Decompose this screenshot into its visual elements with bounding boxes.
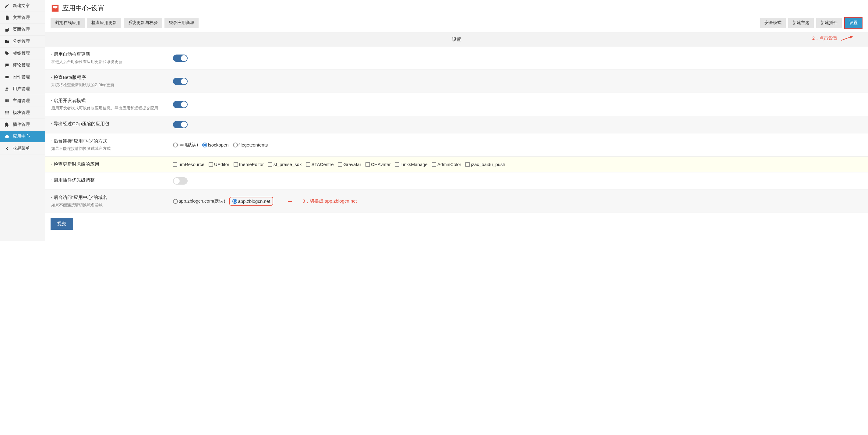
settings-section-header: 设置 2，点击设置: [45, 32, 868, 46]
settings-header-text: 设置: [452, 36, 461, 42]
setting-title: 导出经过GZip压缩的应用包: [51, 121, 164, 127]
sidebar-item-4[interactable]: 标签管理: [0, 48, 45, 59]
radio-icon: [232, 199, 237, 204]
sidebar-item-0[interactable]: 新建文章: [0, 0, 45, 12]
setting-title: 检查更新时忽略的应用: [51, 161, 164, 167]
sidebar-item-label: 评论管理: [13, 62, 30, 68]
submit-bar: 提交: [45, 213, 868, 235]
toggle-switch[interactable]: [173, 121, 188, 128]
bars-icon: [4, 98, 10, 103]
toggle-switch[interactable]: [173, 177, 188, 185]
radio-label: filegetcontents: [239, 142, 268, 148]
toggle-switch[interactable]: [173, 78, 188, 85]
svg-point-0: [5, 87, 7, 89]
radio-icon: [202, 143, 207, 148]
toolbar-right-0[interactable]: 安全模式: [760, 18, 786, 28]
setting-title: 启用插件优先级调整: [51, 177, 164, 183]
setting-label: 启用开发者模式启用开发者模式可以修改应用信息、导出应用和远程提交应用: [45, 93, 170, 116]
radio-option-0[interactable]: app.zblogcn.com(默认): [173, 198, 225, 204]
toolbar-right-1[interactable]: 新建主题: [788, 18, 814, 28]
setting-row-4: 后台连接"应用中心"的方式如果不能连接请切换尝试其它方式curl(默认)fsoc…: [45, 133, 868, 157]
check-option-5[interactable]: Gravatar: [338, 162, 361, 167]
setting-title: 启用自动检查更新: [51, 52, 164, 57]
sidebar-item-12[interactable]: 收起菜单: [0, 143, 45, 154]
checkbox-icon: [465, 162, 470, 167]
sidebar-item-label: 应用中心: [13, 134, 30, 139]
setting-desc: 如果不能连接请切换域名尝试: [51, 202, 164, 208]
check-option-9[interactable]: jzac_baidu_push: [465, 162, 505, 167]
sidebar-item-5[interactable]: 评论管理: [0, 59, 45, 71]
toolbar-left-1[interactable]: 检查应用更新: [87, 18, 121, 28]
attachment-icon: [4, 74, 10, 80]
check-option-0[interactable]: umResource: [173, 162, 204, 167]
check-option-6[interactable]: CHAvatar: [366, 162, 391, 167]
main-content: 应用中心-设置 浏览在线应用检查应用更新系统更新与校验登录应用商城安全模式新建主…: [45, 0, 868, 241]
radio-label: app.zblogcn.com(默认): [179, 198, 225, 204]
pencil-icon: [4, 3, 10, 8]
setting-label: 导出经过GZip压缩的应用包: [45, 116, 170, 133]
toolbar-right-2[interactable]: 新建插件: [816, 18, 842, 28]
radio-icon: [173, 199, 178, 204]
toolbar-left-0[interactable]: 浏览在线应用: [51, 18, 85, 28]
check-label: umResource: [179, 162, 204, 167]
setting-title: 启用开发者模式: [51, 98, 164, 103]
sidebar-item-8[interactable]: 主题管理: [0, 95, 45, 107]
radio-option-1[interactable]: app.zblogcn.net: [229, 197, 273, 206]
checkbox-icon: [209, 162, 213, 167]
radio-option-0[interactable]: curl(默认): [173, 142, 198, 148]
check-label: STACentre: [312, 162, 334, 167]
puzzle-icon: [4, 122, 10, 127]
sidebar-item-1[interactable]: 文章管理: [0, 12, 45, 24]
check-label: LinksManage: [401, 162, 428, 167]
setting-row-3: 导出经过GZip压缩的应用包: [45, 116, 868, 133]
setting-control: [170, 173, 868, 189]
setting-label: 启用插件优先级调整: [45, 173, 170, 189]
setting-title: 后台访问"应用中心"的域名: [51, 195, 164, 200]
setting-control: app.zblogcn.com(默认)app.zblogcn.net→3，切换成…: [170, 190, 868, 213]
check-option-2[interactable]: themeEditor: [234, 162, 264, 167]
toolbar-left-3[interactable]: 登录应用商城: [164, 18, 198, 28]
setting-row-0: 启用自动检查更新在进入后台时会检查应用更新和系统更新: [45, 46, 868, 70]
svg-point-1: [7, 87, 8, 89]
sidebar-item-3[interactable]: 分类管理: [0, 36, 45, 48]
toolbar-right-3[interactable]: 设置: [844, 17, 863, 29]
setting-title: 后台连接"应用中心"的方式: [51, 138, 164, 144]
check-option-7[interactable]: LinksManage: [395, 162, 428, 167]
setting-title: 检查Beta版程序: [51, 74, 164, 81]
setting-desc: 如果不能连接请切换尝试其它方式: [51, 146, 164, 151]
sidebar-item-label: 模块管理: [13, 110, 30, 116]
check-option-3[interactable]: sf_praise_sdk: [268, 162, 302, 167]
checkbox-icon: [306, 162, 310, 167]
check-label: themeEditor: [239, 162, 264, 167]
sidebar-item-11[interactable]: 应用中心: [0, 131, 45, 143]
toggle-switch[interactable]: [173, 55, 188, 62]
check-option-1[interactable]: UEditor: [209, 162, 229, 167]
comment-icon: [4, 62, 10, 68]
sidebar-item-label: 新建文章: [13, 3, 30, 8]
radio-option-1[interactable]: fsockopen: [202, 142, 228, 148]
radio-option-2[interactable]: filegetcontents: [233, 142, 268, 148]
sidebar-item-label: 主题管理: [13, 98, 30, 103]
submit-button[interactable]: 提交: [51, 218, 73, 230]
sidebar-item-10[interactable]: 插件管理: [0, 119, 45, 131]
sidebar-item-9[interactable]: 模块管理: [0, 107, 45, 119]
sidebar-item-7[interactable]: 用户管理: [0, 83, 45, 95]
toolbar: 浏览在线应用检查应用更新系统更新与校验登录应用商城安全模式新建主题新建插件设置: [45, 15, 868, 32]
toolbar-left-2[interactable]: 系统更新与校验: [124, 18, 162, 28]
file-text-icon: [4, 15, 10, 21]
setting-label: 检查Beta版程序系统将检查最新测试版的Z-Blog更新: [45, 70, 170, 93]
sidebar-item-label: 文章管理: [13, 15, 30, 21]
setting-row-5: 检查更新时忽略的应用umResourceUEditorthemeEditorsf…: [45, 157, 868, 173]
toggle-switch[interactable]: [173, 101, 188, 108]
check-option-4[interactable]: STACentre: [306, 162, 334, 167]
settings-list: 启用自动检查更新在进入后台时会检查应用更新和系统更新检查Beta版程序系统将检查…: [45, 46, 868, 213]
sidebar-item-label: 用户管理: [13, 86, 30, 92]
setting-label: 后台访问"应用中心"的域名如果不能连接请切换域名尝试: [45, 190, 170, 213]
check-label: CHAvatar: [371, 162, 391, 167]
setting-desc: 系统将检查最新测试版的Z-Blog更新: [51, 82, 164, 88]
sidebar-item-2[interactable]: 页面管理: [0, 24, 45, 36]
setting-label: 后台连接"应用中心"的方式如果不能连接请切换尝试其它方式: [45, 133, 170, 156]
page-title: 应用中心-设置: [62, 4, 104, 13]
sidebar-item-6[interactable]: 附件管理: [0, 71, 45, 83]
check-option-8[interactable]: AdminColor: [432, 162, 461, 167]
